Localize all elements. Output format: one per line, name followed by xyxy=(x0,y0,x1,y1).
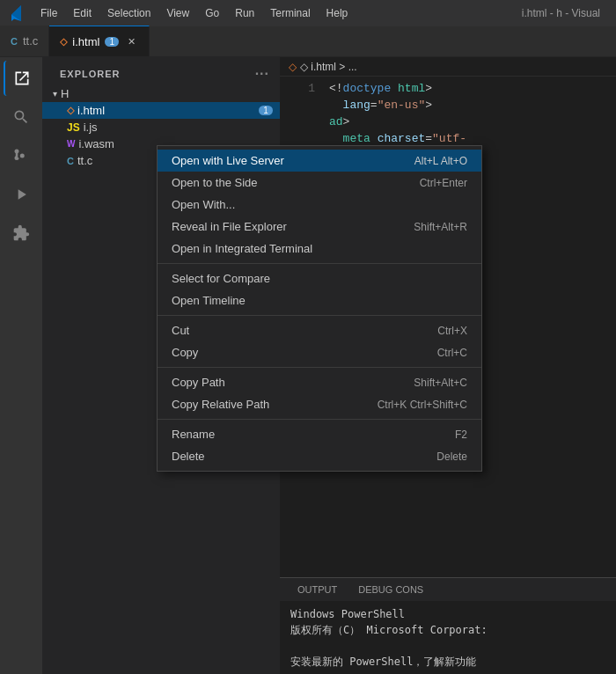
wasm-icon: W xyxy=(67,139,75,149)
ctx-delete-shortcut: Delete xyxy=(436,451,467,463)
ctx-reveal-explorer-shortcut: Shift+Alt+R xyxy=(414,221,467,233)
ctx-open-terminal[interactable]: Open in Integrated Terminal xyxy=(158,238,481,260)
tab-i-html-badge: 1 xyxy=(105,37,119,47)
ctx-copy[interactable]: Copy Ctrl+C xyxy=(158,341,481,363)
activity-extensions[interactable] xyxy=(4,216,39,251)
editor-breadcrumb: ◇ ◇ i.html > ... xyxy=(280,57,616,77)
ctx-open-timeline-label: Open Timeline xyxy=(172,294,246,307)
ctx-open-timeline[interactable]: Open Timeline xyxy=(158,289,481,311)
sidebar-folder-h[interactable]: ▾ H xyxy=(42,85,280,102)
ctx-select-compare-label: Select for Compare xyxy=(172,272,270,285)
ctx-open-with-label: Open With... xyxy=(172,198,235,211)
c-icon: C xyxy=(67,156,74,166)
main-layout: EXPLORER ··· ▾ H ◇ i.html 1 JS i.js W i.… xyxy=(0,57,616,674)
ctx-open-live-server-shortcut: Alt+L Alt+O xyxy=(414,155,467,167)
ctx-delete-label: Delete xyxy=(172,450,205,463)
terminal-tab-output[interactable]: OUTPUT xyxy=(287,578,348,601)
c-file-icon: C xyxy=(11,36,18,47)
js-icon: JS xyxy=(67,121,80,134)
ctx-copy-relative-path[interactable]: Copy Relative Path Ctrl+K Ctrl+Shift+C xyxy=(158,393,481,415)
ctx-sep-3 xyxy=(158,367,481,368)
sidebar-header: EXPLORER ··· xyxy=(42,57,280,85)
menu-help[interactable]: Help xyxy=(319,5,356,21)
window-title: i.html - h - Visual xyxy=(522,7,609,19)
ctx-cut-label: Cut xyxy=(172,324,189,337)
sidebar-title: EXPLORER xyxy=(60,69,121,79)
ctx-copy-label: Copy xyxy=(172,346,198,359)
sidebar-folder-label: H xyxy=(61,87,69,100)
menu-view[interactable]: View xyxy=(159,5,196,21)
menu-bar: File Edit Selection View Go Run Terminal… xyxy=(33,5,522,21)
editor-line-1: 1 <!doctype html> xyxy=(280,80,616,97)
editor-line-2: lang="en-us"> xyxy=(280,97,616,114)
ctx-open-live-server-label: Open with Live Server xyxy=(172,154,284,167)
terminal-line-1: Windows PowerShell xyxy=(290,606,605,622)
sidebar-file-ttc-label: tt.c xyxy=(77,154,92,167)
tab-tt-c-label: tt.c xyxy=(23,34,38,48)
sidebar-file-ihtml[interactable]: ◇ i.html 1 xyxy=(42,102,280,119)
breadcrumb-text: ◇ i.html > ... xyxy=(300,61,357,73)
menu-go[interactable]: Go xyxy=(198,5,226,21)
html-file-icon: ◇ xyxy=(60,36,67,48)
ctx-copy-relative-path-shortcut: Ctrl+K Ctrl+Shift+C xyxy=(378,399,467,411)
ctx-reveal-explorer[interactable]: Reveal in File Explorer Shift+Alt+R xyxy=(158,216,481,238)
ctx-open-live-server[interactable]: Open with Live Server Alt+L Alt+O xyxy=(158,150,481,172)
activity-search[interactable] xyxy=(4,99,39,135)
menu-selection[interactable]: Selection xyxy=(100,5,158,21)
terminal-tab-bar: OUTPUT DEBUG CONS xyxy=(280,578,616,601)
activity-explorer[interactable] xyxy=(4,61,39,96)
sidebar-file-iwasm-label: i.wasm xyxy=(78,137,114,150)
ctx-copy-path[interactable]: Copy Path Shift+Alt+C xyxy=(158,371,481,393)
terminal-line-2: 版权所有（C） Microsoft Corporat: xyxy=(290,622,605,638)
terminal-line-4: 安装最新的 PowerShell，了解新功能 xyxy=(290,654,605,670)
ctx-sep-2 xyxy=(158,315,481,316)
tab-i-html[interactable]: ◇ i.html 1 ✕ xyxy=(49,26,150,56)
menu-terminal[interactable]: Terminal xyxy=(263,5,317,21)
html-icon: ◇ xyxy=(67,105,74,116)
ctx-open-side-shortcut: Ctrl+Enter xyxy=(420,177,467,189)
ctx-rename-label: Rename xyxy=(172,428,215,441)
ctx-sep-1 xyxy=(158,263,481,264)
sidebar-more-button[interactable]: ··· xyxy=(255,66,269,82)
ctx-open-side[interactable]: Open to the Side Ctrl+Enter xyxy=(158,172,481,194)
ctx-sep-4 xyxy=(158,419,481,420)
html-breadcrumb-icon: ◇ xyxy=(289,61,297,73)
menu-run[interactable]: Run xyxy=(228,5,261,21)
activity-bar xyxy=(0,57,42,674)
ctx-rename-shortcut: F2 xyxy=(455,429,467,441)
activity-run[interactable] xyxy=(4,177,39,212)
editor-line-3: ad> xyxy=(280,114,616,130)
menu-edit[interactable]: Edit xyxy=(66,5,99,21)
ctx-copy-path-shortcut: Shift+Alt+C xyxy=(414,377,467,389)
ctx-open-with[interactable]: Open With... xyxy=(158,194,481,216)
sidebar: EXPLORER ··· ▾ H ◇ i.html 1 JS i.js W i.… xyxy=(42,57,280,674)
sidebar-file-ijs-label: i.js xyxy=(84,121,98,134)
sidebar-file-ihtml-label: i.html xyxy=(77,104,105,117)
ctx-copy-shortcut: Ctrl+C xyxy=(437,347,467,359)
activity-source-control[interactable] xyxy=(4,138,39,173)
context-menu: Open with Live Server Alt+L Alt+O Open t… xyxy=(157,145,482,472)
tab-tt-c[interactable]: C tt.c xyxy=(0,26,49,56)
terminal-panel: OUTPUT DEBUG CONS Windows PowerShell 版权所… xyxy=(280,577,616,674)
ctx-open-side-label: Open to the Side xyxy=(172,176,258,189)
ctx-copy-path-label: Copy Path xyxy=(172,376,225,389)
tab-i-html-label: i.html xyxy=(72,35,99,48)
ctx-rename[interactable]: Rename F2 xyxy=(158,423,481,445)
folder-arrow-icon: ▾ xyxy=(53,89,57,99)
ctx-delete[interactable]: Delete Delete xyxy=(158,445,481,467)
ctx-reveal-explorer-label: Reveal in File Explorer xyxy=(172,220,287,233)
app-logo xyxy=(7,4,26,23)
ctx-select-compare[interactable]: Select for Compare xyxy=(158,267,481,289)
menu-file[interactable]: File xyxy=(33,5,64,21)
tab-bar: C tt.c ◇ i.html 1 ✕ xyxy=(0,26,616,57)
sidebar-file-ijs[interactable]: JS i.js xyxy=(42,119,280,136)
terminal-line-3 xyxy=(290,638,605,654)
title-bar: File Edit Selection View Go Run Terminal… xyxy=(0,0,616,26)
terminal-content: Windows PowerShell 版权所有（C） Microsoft Cor… xyxy=(280,601,616,674)
sidebar-file-ihtml-badge: 1 xyxy=(259,106,273,115)
ctx-copy-relative-path-label: Copy Relative Path xyxy=(172,398,269,411)
ctx-cut[interactable]: Cut Ctrl+X xyxy=(158,319,481,341)
ctx-open-terminal-label: Open in Integrated Terminal xyxy=(172,242,312,255)
terminal-tab-debug[interactable]: DEBUG CONS xyxy=(348,578,434,601)
tab-close-button[interactable]: ✕ xyxy=(124,34,138,48)
